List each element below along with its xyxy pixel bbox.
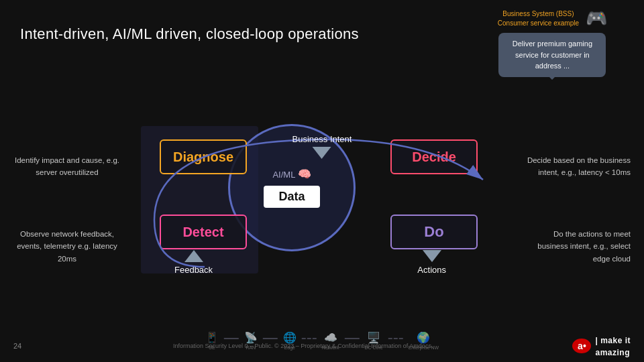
label-do-desc: Do the actions to meet business intent, …	[523, 228, 631, 265]
actions-arrow	[423, 250, 441, 262]
actions-label: Actions	[417, 265, 446, 275]
label-identify: Identify impact and cause, e.g. server o…	[13, 154, 121, 179]
footer-text: Information Security Level 0 – Public. ©…	[34, 343, 572, 349]
logo-area: a• | make itamazing	[572, 334, 631, 358]
data-label: Data	[264, 186, 319, 208]
slide-title: Intent-driven, AI/ML driven, closed-loop…	[20, 25, 359, 43]
feedback-label: Feedback	[174, 265, 213, 275]
gamepad-icon: 🎮	[586, 8, 607, 29]
business-intent-label: Business Intent	[292, 134, 352, 144]
page-number: 24	[13, 342, 34, 350]
business-intent-arrow	[313, 147, 331, 159]
diagnose-box: Diagnose	[160, 139, 247, 174]
business-intent-area: Business Intent	[292, 134, 352, 159]
logo-text-block: | make itamazing	[595, 334, 631, 358]
feedback-arrow	[184, 250, 203, 262]
logo-icon: a•	[572, 339, 591, 353]
feedback-area: Feedback	[174, 250, 213, 275]
actions-area: Actions	[417, 250, 446, 275]
decide-box: Decide	[390, 139, 478, 174]
label-decide-desc: Decide based on the business intent, e.g…	[523, 154, 631, 179]
do-box: Do	[390, 215, 478, 249]
brain-icon: 🧠	[298, 168, 311, 180]
footer: 24 Information Security Level 0 – Public…	[0, 334, 644, 358]
bss-title: Business System (BSS)	[498, 9, 579, 19]
label-observe: Observe network feedback, events, teleme…	[13, 228, 121, 265]
bss-subtitle: Consumer service example	[498, 19, 579, 28]
slide-container: Intent-driven, AI/ML driven, closed-loop…	[0, 0, 644, 362]
ai-ml-label: AI/ML 🧠	[272, 168, 311, 180]
logo-tagline: | make itamazing	[595, 336, 631, 357]
diagram-area: Identify impact and cause, e.g. server o…	[0, 67, 644, 322]
detect-box: Detect	[160, 215, 247, 249]
